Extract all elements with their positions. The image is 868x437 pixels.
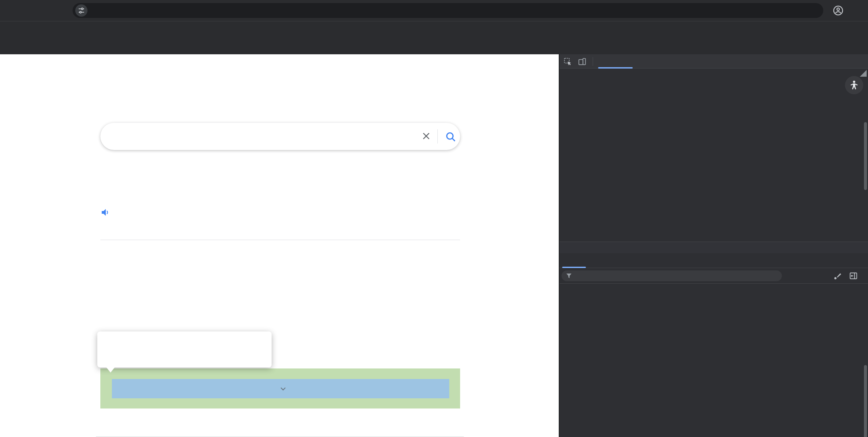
dock-panel-icon[interactable] bbox=[849, 271, 858, 282]
format-brush-icon[interactable] bbox=[833, 271, 842, 282]
styles-scrollbar[interactable] bbox=[864, 365, 867, 437]
browser-toolbar bbox=[0, 0, 868, 21]
clear-search-icon[interactable] bbox=[420, 130, 432, 143]
active-tab-underline bbox=[598, 67, 633, 69]
styles-filter-row bbox=[559, 268, 868, 284]
show-more-button[interactable] bbox=[274, 384, 288, 393]
chevron-down-icon bbox=[279, 384, 288, 393]
styles-filter-input[interactable] bbox=[561, 270, 782, 281]
tooltip-caret bbox=[106, 367, 115, 373]
url-bar[interactable] bbox=[73, 3, 823, 18]
devtools-tabbar bbox=[559, 54, 868, 69]
search-magnifier-icon[interactable] bbox=[445, 131, 456, 144]
divider bbox=[100, 240, 460, 240]
pronounce-speaker-icon[interactable] bbox=[100, 207, 111, 219]
automation-infobar bbox=[0, 21, 868, 54]
browser-window bbox=[0, 0, 868, 437]
breadcrumb bbox=[559, 242, 868, 253]
site-settings-icon[interactable] bbox=[75, 4, 87, 17]
inspect-element-icon[interactable] bbox=[564, 57, 572, 68]
inspect-tooltip bbox=[97, 331, 272, 367]
accessibility-icon[interactable] bbox=[845, 76, 863, 94]
styles-sidebar-tabs bbox=[559, 253, 868, 268]
dom-tree-scrollbar[interactable] bbox=[864, 122, 867, 190]
device-toolbar-icon[interactable] bbox=[578, 57, 587, 68]
profile-icon[interactable] bbox=[832, 5, 844, 18]
toolbar-separator bbox=[593, 57, 593, 66]
devtools-panel bbox=[559, 54, 868, 437]
inspect-content-overlay bbox=[112, 379, 449, 398]
scroll-corner bbox=[860, 70, 867, 77]
dom-tree bbox=[559, 69, 868, 242]
styles-pane bbox=[559, 284, 868, 437]
inspect-padding-overlay bbox=[100, 368, 460, 408]
page-content bbox=[0, 54, 559, 437]
search-divider bbox=[437, 129, 438, 144]
filter-funnel-icon bbox=[566, 272, 572, 279]
search-box[interactable] bbox=[100, 123, 460, 150]
